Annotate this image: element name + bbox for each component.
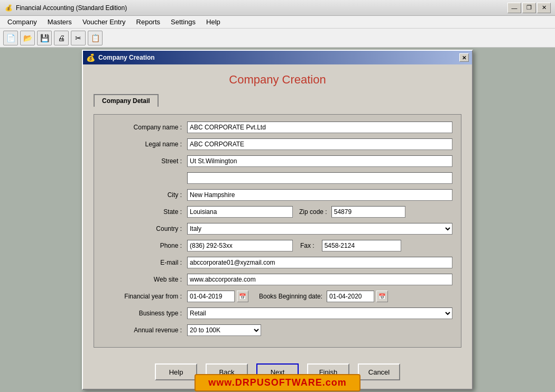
books-begin-label: Books Beginning date: <box>259 293 322 300</box>
state-zip-row: State : Zip code : <box>103 206 452 218</box>
form-section: Company name : Legal name : Street : <box>94 114 461 348</box>
dialog-title-left: 💰 Company Creation <box>86 53 155 62</box>
phone-fax-row: Phone : Fax : <box>103 239 452 252</box>
annual-revenue-select[interactable]: 20 to 100K <box>187 324 261 336</box>
app-title: Financial Accounting (Standard Edition) <box>16 4 507 12</box>
toolbar-cut[interactable]: ✂ <box>71 31 86 45</box>
fin-year-row: Financial year from : 📅 Books Beginning … <box>103 290 452 303</box>
country-label: Country : <box>103 225 187 232</box>
menu-help[interactable]: Help <box>201 17 226 27</box>
website-input[interactable] <box>187 274 452 285</box>
dialog-close-button[interactable]: ✕ <box>459 53 469 62</box>
state-input[interactable] <box>187 206 293 218</box>
business-type-row: Business type : Retail <box>103 307 452 320</box>
menu-settings[interactable]: Settings <box>165 17 201 27</box>
fax-input[interactable] <box>322 240 401 251</box>
company-name-label: Company name : <box>103 124 187 131</box>
city-row: City : <box>103 189 452 201</box>
close-button[interactable]: ✕ <box>537 3 551 13</box>
restore-button[interactable]: ❐ <box>522 3 536 13</box>
fax-group: Fax : <box>300 240 401 251</box>
company-creation-dialog: 💰 Company Creation ✕ Company Creation Co… <box>82 50 473 390</box>
fin-year-date-group: 📅 <box>187 291 248 302</box>
zip-group: Zip code : <box>299 206 405 218</box>
books-begin-calendar-btn[interactable]: 📅 <box>376 291 388 302</box>
menu-bar: Company Masters Voucher Entry Reports Se… <box>0 16 555 29</box>
street-row-2 <box>103 172 452 184</box>
business-type-select[interactable]: Retail <box>187 307 452 319</box>
company-name-row: Company name : <box>103 121 452 134</box>
tab-company-detail[interactable]: Company Detail <box>94 94 159 107</box>
street-row-1: Street : <box>103 155 452 167</box>
street-input-1[interactable] <box>187 155 452 167</box>
website-row: Web site : <box>103 273 452 286</box>
dialog-title-text: Company Creation <box>98 54 155 61</box>
dialog-heading: Company Creation <box>94 73 461 87</box>
annual-revenue-label: Annual revenue : <box>103 326 187 334</box>
main-window: 💰 Financial Accounting (Standard Edition… <box>0 0 555 392</box>
legal-name-label: Legal name : <box>103 141 187 148</box>
dialog-icon: 💰 <box>86 53 95 62</box>
city-input[interactable] <box>187 189 452 201</box>
phone-label: Phone : <box>103 242 187 249</box>
city-label: City : <box>103 191 187 199</box>
books-begin-date-group: 📅 <box>327 291 388 302</box>
tab-bar: Company Detail <box>94 94 461 107</box>
company-name-input[interactable] <box>187 122 452 133</box>
fin-year-input[interactable] <box>187 291 235 302</box>
business-type-label: Business type : <box>103 310 187 317</box>
zip-label: Zip code : <box>299 208 327 216</box>
minimize-button[interactable]: — <box>507 3 521 13</box>
toolbar-save[interactable]: 💾 <box>37 31 52 45</box>
title-bar: 💰 Financial Accounting (Standard Edition… <box>0 0 555 16</box>
toolbar-paste[interactable]: 📋 <box>88 31 103 45</box>
menu-voucher-entry[interactable]: Voucher Entry <box>77 17 131 27</box>
books-begin-input[interactable] <box>327 291 374 302</box>
toolbar-open[interactable]: 📂 <box>20 31 35 45</box>
toolbar-new[interactable]: 📄 <box>3 31 18 45</box>
banner-text: www.DRPUSOFTWARE.com <box>195 374 360 391</box>
phone-input[interactable] <box>187 240 293 251</box>
fax-label: Fax : <box>300 242 314 249</box>
annual-revenue-row: Annual revenue : 20 to 100K <box>103 324 452 337</box>
app-icon: 💰 <box>4 4 13 12</box>
content-area: 💰 Company Creation ✕ Company Creation Co… <box>0 48 555 392</box>
menu-reports[interactable]: Reports <box>131 17 166 27</box>
fin-year-label: Financial year from : <box>103 293 187 300</box>
menu-masters[interactable]: Masters <box>42 17 77 27</box>
bottom-banner: www.DRPUSOFTWARE.com <box>0 373 555 392</box>
email-input[interactable] <box>187 257 452 268</box>
country-row: Country : Italy <box>103 222 452 235</box>
dialog-backdrop: 💰 Company Creation ✕ Company Creation Co… <box>0 48 555 392</box>
email-row: E-mail : <box>103 256 452 269</box>
legal-name-input[interactable] <box>187 138 452 150</box>
dialog-title-bar: 💰 Company Creation ✕ <box>83 51 472 64</box>
email-label: E-mail : <box>103 259 187 266</box>
state-label: State : <box>103 208 187 216</box>
dialog-body: Company Creation Company Detail Company … <box>83 64 472 356</box>
window-controls: — ❐ ✕ <box>507 3 551 13</box>
zip-input[interactable] <box>331 206 405 218</box>
fin-year-calendar-btn[interactable]: 📅 <box>237 291 248 302</box>
legal-name-row: Legal name : <box>103 138 452 151</box>
street-label: Street : <box>103 157 187 165</box>
menu-company[interactable]: Company <box>2 17 42 27</box>
country-select[interactable]: Italy <box>187 223 452 235</box>
toolbar-print[interactable]: 🖨 <box>54 31 69 45</box>
toolbar: 📄 📂 💾 🖨 ✂ 📋 <box>0 29 555 48</box>
street-input-2[interactable] <box>187 172 452 184</box>
website-label: Web site : <box>103 276 187 283</box>
